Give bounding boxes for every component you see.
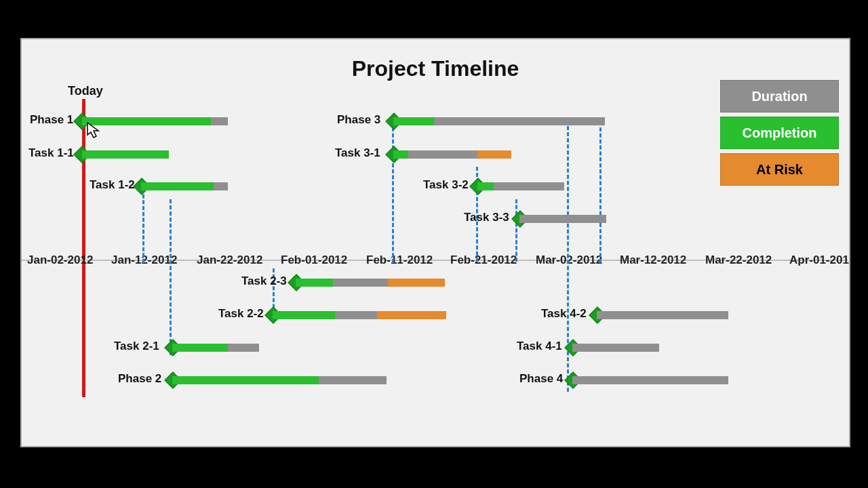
dependency-line: [599, 127, 601, 263]
task-label: Task 3-2: [423, 178, 469, 192]
chart-area: Project Timeline Today Jan-02-2012Jan-12…: [20, 38, 850, 447]
task-bar[interactable]: [393, 150, 511, 159]
x-tick: Feb-21-2012: [450, 253, 517, 267]
gantt-row: Task 4-1: [22, 344, 849, 352]
task-label: Task 4-2: [541, 307, 587, 321]
x-tick: Mar-02-2012: [536, 253, 602, 267]
segment-cmp: [296, 279, 333, 287]
segment-dur: [597, 311, 728, 319]
segment-rsk: [388, 279, 445, 287]
gantt-row: Task 3-3: [22, 215, 849, 223]
x-tick: Apr-01-201: [789, 253, 849, 267]
x-tick: Feb-01-2012: [281, 253, 347, 267]
x-tick: Jan-02-2012: [27, 253, 93, 267]
segment-cmp: [393, 117, 434, 125]
legend: DurationCompletionAt Risk: [720, 80, 839, 190]
legend-gn: Completion: [720, 117, 839, 149]
gantt-row: Task 4-2: [22, 311, 849, 319]
task-bar[interactable]: [597, 311, 728, 319]
today-label: Today: [68, 84, 103, 98]
task-bar[interactable]: [393, 117, 605, 125]
task-label: Task 3-1: [335, 146, 380, 160]
legend-or: At Risk: [720, 153, 839, 186]
task-label: Phase 4: [519, 372, 563, 386]
gantt-row: Phase 4: [22, 376, 849, 384]
x-tick: Mar-22-2012: [705, 253, 772, 267]
task-bar[interactable]: [477, 182, 564, 190]
segment-dur: [333, 279, 388, 287]
task-bar[interactable]: [519, 215, 606, 223]
segment-dur: [519, 215, 606, 223]
segment-dur: [494, 182, 564, 190]
today-line: [82, 99, 85, 397]
dependency-line: [515, 199, 517, 262]
task-label: Task 3-3: [464, 211, 509, 224]
task-label: Task 4-1: [517, 340, 562, 353]
dependency-line: [142, 188, 144, 263]
task-label: Phase 3: [337, 113, 380, 127]
segment-dur: [572, 344, 659, 352]
task-label: Task 2-3: [241, 274, 287, 288]
gantt-row: Task 2-3: [22, 279, 849, 287]
task-bar[interactable]: [296, 279, 445, 287]
x-tick: Feb-11-2012: [366, 253, 433, 267]
segment-cmp: [393, 150, 408, 159]
segment-dur: [434, 117, 605, 125]
task-bar[interactable]: [572, 376, 728, 384]
segment-dur: [572, 376, 728, 384]
x-tick: Jan-22-2012: [197, 253, 262, 267]
segment-rsk: [477, 150, 511, 159]
legend-gr: Duration: [720, 80, 839, 113]
x-tick: Mar-12-2012: [620, 253, 686, 267]
task-bar[interactable]: [572, 344, 659, 352]
chart-title: Project Timeline: [22, 56, 849, 81]
segment-cmp: [477, 182, 494, 190]
segment-dur: [408, 150, 477, 159]
